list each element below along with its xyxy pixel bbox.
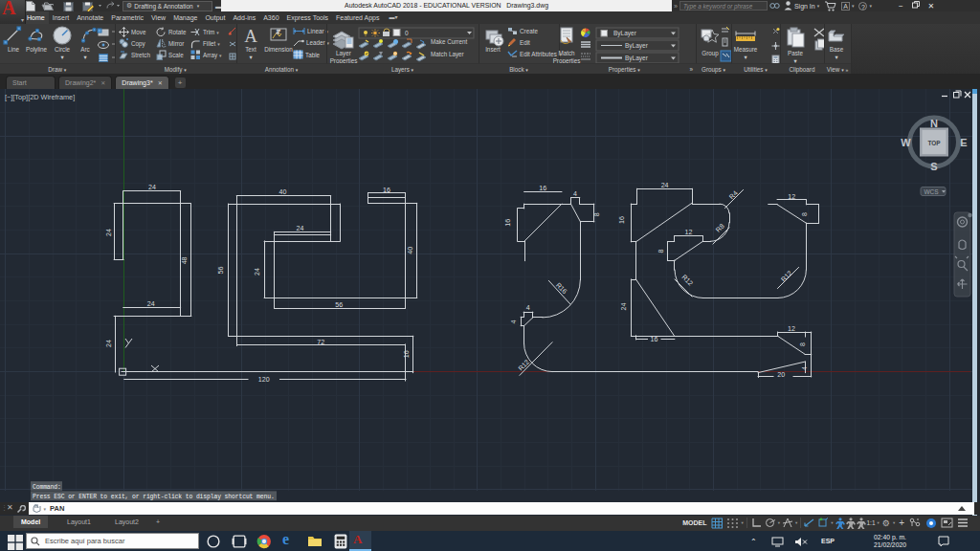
svg-text:8: 8 (801, 212, 809, 216)
svg-text:▾: ▾ (835, 54, 838, 60)
svg-text:24: 24 (254, 268, 261, 276)
svg-text:12: 12 (788, 325, 795, 333)
svg-text:16: 16 (539, 185, 546, 192)
svg-text:16: 16 (504, 219, 512, 227)
svg-text:R12: R12 (780, 270, 794, 284)
svg-text:24: 24 (620, 303, 628, 311)
svg-text:WCS: WCS (924, 188, 939, 195)
svg-text:Polyline: Polyline (26, 46, 48, 54)
svg-text:40: 40 (279, 188, 287, 196)
svg-text:20: 20 (777, 371, 785, 379)
svg-text:▾: ▾ (744, 54, 747, 60)
svg-text:Circle: Circle (55, 46, 71, 53)
svg-text:Match: Match (558, 50, 575, 56)
svg-text:▾: ▾ (249, 54, 253, 60)
svg-text:48: 48 (181, 256, 189, 264)
svg-text:R16: R16 (554, 281, 568, 296)
svg-text:16: 16 (618, 216, 626, 224)
svg-text:16: 16 (403, 350, 411, 358)
svg-text:[−][Top][2D Wireframe]: [−][Top][2D Wireframe] (5, 93, 75, 101)
svg-text:Insert: Insert (485, 46, 501, 53)
svg-text:24: 24 (105, 229, 113, 236)
svg-text:16: 16 (383, 187, 390, 194)
svg-text:8: 8 (799, 342, 807, 346)
svg-text:Dimension: Dimension (264, 46, 293, 53)
svg-text:120: 120 (258, 376, 270, 384)
svg-text:Measure: Measure (734, 46, 758, 53)
svg-text:12: 12 (685, 229, 693, 236)
svg-text:Line: Line (8, 46, 19, 53)
svg-text:▾: ▾ (83, 54, 87, 60)
svg-text:Paste: Paste (788, 50, 804, 56)
svg-text:Layer: Layer (336, 50, 351, 57)
svg-text:N: N (930, 118, 938, 129)
svg-text:ByLayer: ByLayer (625, 42, 649, 50)
svg-text:W: W (901, 137, 911, 148)
svg-text:24: 24 (661, 182, 669, 189)
svg-text:56: 56 (335, 301, 343, 309)
svg-text:ByLayer: ByLayer (613, 30, 637, 37)
svg-text:S: S (930, 161, 937, 172)
svg-text:E: E (960, 137, 967, 148)
svg-text:24: 24 (105, 340, 113, 347)
svg-text:4: 4 (801, 366, 809, 370)
svg-text:16: 16 (651, 336, 658, 343)
svg-text:24: 24 (147, 300, 155, 308)
svg-text:TOP: TOP (927, 140, 941, 146)
svg-text:72: 72 (317, 339, 324, 346)
svg-text:Group: Group (702, 50, 719, 57)
svg-text:▾: ▾ (60, 54, 64, 60)
svg-text:24: 24 (148, 184, 156, 191)
svg-text:Press ESC or ENTER to exit, or: Press ESC or ENTER to exit, or right-cli… (33, 494, 275, 500)
svg-text:Arc: Arc (80, 46, 89, 53)
svg-text:Text: Text (245, 46, 256, 53)
svg-text:56: 56 (217, 267, 225, 275)
svg-text:Command:: Command: (33, 484, 61, 491)
svg-text:24: 24 (297, 225, 304, 232)
svg-text:4: 4 (526, 304, 530, 312)
svg-text:Base: Base (830, 46, 844, 53)
svg-text:4: 4 (573, 190, 577, 198)
svg-text:A: A (244, 26, 257, 46)
svg-text:ByLayer: ByLayer (625, 55, 649, 62)
svg-text:4: 4 (510, 320, 518, 324)
svg-text:R12: R12 (679, 274, 694, 288)
svg-text:0: 0 (405, 30, 409, 36)
svg-text:8: 8 (593, 212, 601, 216)
svg-text:12: 12 (788, 193, 795, 201)
svg-text:40: 40 (407, 247, 414, 254)
svg-text:8: 8 (657, 250, 665, 253)
svg-text:2′: 2′ (277, 29, 280, 34)
